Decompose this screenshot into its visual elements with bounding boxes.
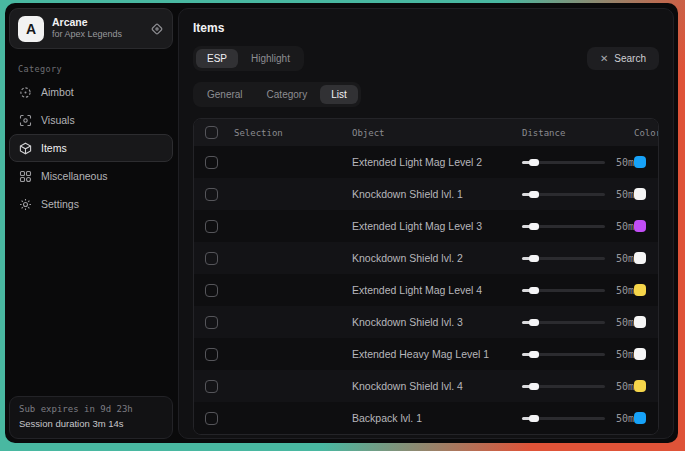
table-row: Extended Light Mag Level 2 50m: [194, 146, 658, 178]
sidebar-item-aimbot[interactable]: Aimbot: [9, 78, 173, 106]
app-window: A Arcane for Apex Legends Category: [5, 3, 678, 443]
crosshair-icon: [19, 86, 32, 99]
distance-slider[interactable]: [522, 417, 605, 420]
distance-slider[interactable]: [522, 257, 605, 260]
app-subtitle: for Apex Legends: [52, 29, 142, 40]
tab-list[interactable]: List: [320, 85, 358, 104]
color-swatch[interactable]: [634, 316, 646, 328]
row-checkbox[interactable]: [205, 252, 218, 265]
color-swatch[interactable]: [634, 284, 646, 296]
distance-slider[interactable]: [522, 321, 605, 324]
distance-slider[interactable]: [522, 161, 605, 164]
row-checkbox[interactable]: [205, 188, 218, 201]
distance-value: 50m: [616, 413, 634, 424]
app-header-card: A Arcane for Apex Legends: [9, 8, 173, 49]
sidebar-item-miscellaneous[interactable]: Miscellaneous: [9, 162, 173, 190]
table-row: Extended Light Mag Level 4 50m: [194, 274, 658, 306]
distance-value: 50m: [616, 221, 634, 232]
header-object: Object: [352, 128, 522, 138]
sidebar-item-label: Items: [41, 142, 67, 154]
pin-icon[interactable]: [150, 22, 164, 36]
view-tab-group: General Category List: [193, 82, 361, 107]
tab-category[interactable]: Category: [256, 85, 319, 104]
object-name: Extended Light Mag Level 3: [352, 220, 522, 232]
mode-tab-group: ESP Highlight: [193, 46, 304, 71]
row-checkbox[interactable]: [205, 316, 218, 329]
row-checkbox[interactable]: [205, 380, 218, 393]
table-row: Extended Light Mag Level 3 50m: [194, 210, 658, 242]
sidebar-item-items[interactable]: Items: [9, 134, 173, 162]
table-row: Knockdown Shield lvl. 1 50m: [194, 178, 658, 210]
distance-slider[interactable]: [522, 353, 605, 356]
distance-slider[interactable]: [522, 193, 605, 196]
header-selection: Selection: [234, 128, 352, 138]
app-meta: Arcane for Apex Legends: [52, 16, 142, 40]
table-row: Knockdown Shield lvl. 3 50m: [194, 306, 658, 338]
sidebar-nav: Aimbot Visuals Items: [9, 78, 173, 218]
page-title: Items: [193, 21, 659, 35]
session-duration-text: Session duration 3m 14s: [19, 417, 163, 431]
table-row: Backpack lvl. 1 50m: [194, 402, 658, 434]
tab-highlight[interactable]: Highlight: [240, 49, 301, 68]
distance-value: 50m: [616, 349, 634, 360]
search-button[interactable]: ✕ Search: [587, 47, 659, 70]
toolbar: ESP Highlight ✕ Search: [193, 46, 659, 71]
distance-slider[interactable]: [522, 385, 605, 388]
distance-value: 50m: [616, 381, 634, 392]
eye-icon: [19, 114, 32, 127]
color-swatch[interactable]: [634, 348, 646, 360]
color-swatch[interactable]: [634, 156, 646, 168]
distance-value: 50m: [616, 285, 634, 296]
object-name: Knockdown Shield lvl. 1: [352, 188, 522, 200]
gear-icon: [19, 198, 32, 211]
header-distance: Distance: [522, 128, 634, 138]
sidebar-item-label: Settings: [41, 198, 79, 210]
distance-slider[interactable]: [522, 289, 605, 292]
distance-value: 50m: [616, 253, 634, 264]
row-checkbox[interactable]: [205, 348, 218, 361]
row-checkbox[interactable]: [205, 284, 218, 297]
sidebar-item-label: Aimbot: [41, 86, 74, 98]
items-panel: Items ESP Highlight ✕ Search General Cat…: [178, 8, 674, 439]
object-name: Extended Light Mag Level 4: [352, 284, 522, 296]
tab-esp[interactable]: ESP: [196, 49, 238, 68]
table-row: Knockdown Shield lvl. 4 50m: [194, 370, 658, 402]
object-name: Extended Light Mag Level 2: [352, 156, 522, 168]
object-name: Extended Heavy Mag Level 1: [352, 348, 522, 360]
sidebar-item-visuals[interactable]: Visuals: [9, 106, 173, 134]
table-header-row: Selection Object Distance Color: [194, 119, 658, 146]
sidebar-item-label: Miscellaneous: [41, 170, 108, 182]
session-card: Sub expires in 9d 23h Session duration 3…: [9, 396, 173, 439]
color-swatch[interactable]: [634, 380, 646, 392]
row-checkbox[interactable]: [205, 220, 218, 233]
object-name: Knockdown Shield lvl. 4: [352, 380, 522, 392]
package-icon: [19, 142, 32, 155]
table-row: Knockdown Shield lvl. 2 50m: [194, 242, 658, 274]
sidebar-item-settings[interactable]: Settings: [9, 190, 173, 218]
row-checkbox[interactable]: [205, 412, 218, 425]
app-title: Arcane: [52, 16, 142, 29]
category-label: Category: [18, 64, 173, 74]
row-checkbox[interactable]: [205, 156, 218, 169]
distance-slider[interactable]: [522, 225, 605, 228]
grid-icon: [19, 170, 32, 183]
tab-general[interactable]: General: [196, 85, 254, 104]
search-icon: ✕: [600, 53, 608, 64]
sub-expiry-text: Sub expires in 9d 23h: [19, 403, 163, 417]
search-button-label: Search: [614, 53, 646, 64]
table-row: Extended Heavy Mag Level 1 50m: [194, 338, 658, 370]
object-name: Knockdown Shield lvl. 3: [352, 316, 522, 328]
color-swatch[interactable]: [634, 220, 646, 232]
color-swatch[interactable]: [634, 188, 646, 200]
distance-value: 50m: [616, 317, 634, 328]
distance-value: 50m: [616, 189, 634, 200]
sidebar-item-label: Visuals: [41, 114, 75, 126]
select-all-checkbox[interactable]: [205, 126, 218, 139]
header-color: Color: [634, 128, 659, 138]
items-table: Selection Object Distance Color Extended…: [193, 118, 659, 435]
sidebar: A Arcane for Apex Legends Category: [9, 8, 173, 439]
color-swatch[interactable]: [634, 252, 646, 264]
object-name: Backpack lvl. 1: [352, 412, 522, 424]
color-swatch[interactable]: [634, 412, 646, 424]
app-logo: A: [18, 16, 44, 42]
